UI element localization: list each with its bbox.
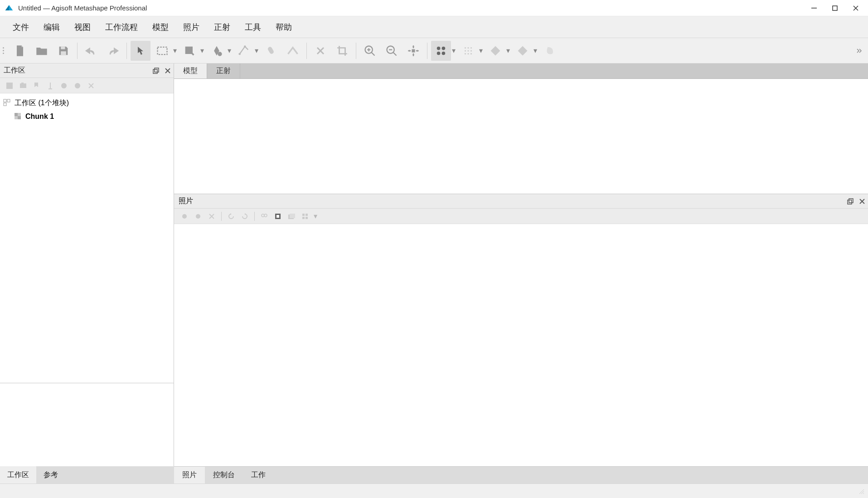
- zoom-in-button[interactable]: [360, 41, 380, 61]
- svg-rect-28: [20, 83, 26, 88]
- tab-photos[interactable]: 照片: [174, 467, 205, 483]
- show-markers-button[interactable]: [458, 41, 478, 61]
- svg-rect-8: [267, 46, 274, 54]
- tab-jobs[interactable]: 工作: [243, 467, 274, 483]
- menu-photo[interactable]: 照片: [176, 18, 207, 36]
- model-canvas[interactable]: [174, 79, 868, 194]
- svg-rect-38: [848, 200, 852, 204]
- move-dropdown[interactable]: ▾: [226, 41, 233, 61]
- add-photos-button[interactable]: [16, 79, 30, 92]
- photos-thumbnails-button[interactable]: [298, 210, 312, 223]
- photos-view-dropdown[interactable]: ▾: [312, 210, 319, 223]
- toolbar-overflow-button[interactable]: [852, 41, 866, 61]
- tab-workspace[interactable]: 工作区: [0, 466, 36, 483]
- workspace-tree[interactable]: 工作区 (1个堆块) Chunk 1: [0, 93, 174, 383]
- svg-point-22: [465, 53, 466, 54]
- open-button[interactable]: [32, 41, 52, 61]
- view-top-dropdown[interactable]: ▾: [504, 41, 512, 61]
- menu-ortho[interactable]: 正射: [207, 18, 238, 36]
- photos-rotate-left-button[interactable]: [224, 210, 238, 223]
- undo-button[interactable]: [81, 41, 101, 61]
- maximize-button[interactable]: [824, 1, 845, 15]
- svg-point-19: [465, 50, 466, 51]
- reset-view-button[interactable]: [403, 41, 423, 61]
- workspace-panel: 工作区 工作区 (1个堆块): [0, 63, 174, 483]
- move-object-button[interactable]: [207, 41, 227, 61]
- show-shape-button[interactable]: [540, 41, 560, 61]
- photos-panel-title: 照片: [179, 196, 193, 206]
- view-top-button[interactable]: [485, 41, 505, 61]
- photos-filter-button[interactable]: [257, 210, 271, 223]
- photos-rotate-right-button[interactable]: [238, 210, 252, 223]
- menu-file[interactable]: 文件: [5, 18, 36, 36]
- menu-tools[interactable]: 工具: [238, 18, 268, 36]
- photos-close-button[interactable]: [856, 195, 868, 207]
- workspace-panel-header: 工作区: [0, 63, 174, 78]
- tab-model[interactable]: 模型: [174, 63, 207, 78]
- markers-dropdown[interactable]: ▾: [477, 41, 485, 61]
- photos-grid[interactable]: [174, 224, 868, 466]
- svg-rect-33: [7, 99, 10, 102]
- svg-point-24: [470, 53, 472, 54]
- tree-root-label: 工作区 (1个堆块): [15, 98, 69, 108]
- delete-selection-button[interactable]: [310, 41, 330, 61]
- photos-popout-button[interactable]: [844, 195, 856, 207]
- select-dropdown[interactable]: ▾: [171, 41, 179, 61]
- region-tool-button[interactable]: [179, 41, 199, 61]
- menu-edit[interactable]: 编辑: [36, 18, 67, 36]
- photos-mask-button[interactable]: [271, 210, 285, 223]
- svg-rect-3: [61, 51, 66, 55]
- ruler-button[interactable]: [234, 41, 254, 61]
- add-chunk-button[interactable]: [3, 79, 16, 92]
- polyline-button[interactable]: [283, 41, 303, 61]
- status-resize-icon: [854, 486, 868, 497]
- photos-panel: 照片 ▾: [174, 194, 868, 466]
- cameras-dropdown[interactable]: ▾: [450, 41, 457, 61]
- main-toolbar: ▾ ▾ ▾ ▾ ▾ ▾: [0, 38, 868, 63]
- svg-rect-36: [15, 113, 18, 116]
- crop-button[interactable]: [332, 41, 352, 61]
- ruler-dropdown[interactable]: ▾: [253, 41, 260, 61]
- svg-point-13: [442, 46, 446, 50]
- panel-close-button[interactable]: [162, 65, 174, 77]
- view-front-button[interactable]: [513, 41, 533, 61]
- svg-point-31: [75, 83, 80, 88]
- tab-reference[interactable]: 参考: [36, 466, 65, 483]
- tab-console[interactable]: 控制台: [205, 467, 243, 483]
- tab-ortho[interactable]: 正射: [207, 63, 240, 78]
- toolbar-grip-icon[interactable]: [3, 43, 7, 59]
- menu-workflow[interactable]: 工作流程: [98, 18, 145, 36]
- add-scalebar-button[interactable]: [44, 79, 57, 92]
- photos-disable-button[interactable]: [191, 210, 205, 223]
- minimize-button[interactable]: [804, 1, 824, 15]
- add-marker-button[interactable]: [30, 79, 44, 92]
- photos-remove-button[interactable]: [205, 210, 218, 223]
- menu-help[interactable]: 帮助: [268, 18, 299, 36]
- svg-rect-39: [849, 199, 853, 203]
- svg-rect-27: [6, 83, 13, 89]
- close-button[interactable]: [845, 1, 866, 15]
- tree-root[interactable]: 工作区 (1个堆块): [0, 96, 174, 110]
- zoom-out-button[interactable]: [382, 41, 402, 61]
- panel-popout-button[interactable]: [150, 65, 162, 77]
- rectangle-select-button[interactable]: [152, 41, 172, 61]
- tree-chunk[interactable]: Chunk 1: [0, 110, 174, 123]
- region-dropdown[interactable]: ▾: [199, 41, 206, 61]
- right-pane: 模型 正射 照片: [174, 63, 868, 483]
- view-front-dropdown[interactable]: ▾: [532, 41, 539, 61]
- menu-model[interactable]: 模型: [145, 18, 176, 36]
- menu-view[interactable]: 视图: [67, 18, 98, 36]
- left-tabs: 工作区 参考: [0, 466, 174, 483]
- photos-depth-button[interactable]: [285, 210, 298, 223]
- photos-enable-button[interactable]: [178, 210, 191, 223]
- new-button[interactable]: [10, 41, 30, 61]
- show-cameras-button[interactable]: [431, 41, 451, 61]
- remove-button[interactable]: [84, 79, 98, 92]
- svg-point-14: [437, 51, 441, 55]
- enable-button[interactable]: [57, 79, 71, 92]
- save-button[interactable]: [53, 41, 73, 61]
- draw-button[interactable]: [261, 41, 281, 61]
- disable-button[interactable]: [71, 79, 84, 92]
- redo-button[interactable]: [103, 41, 123, 61]
- navigate-button[interactable]: [131, 41, 150, 61]
